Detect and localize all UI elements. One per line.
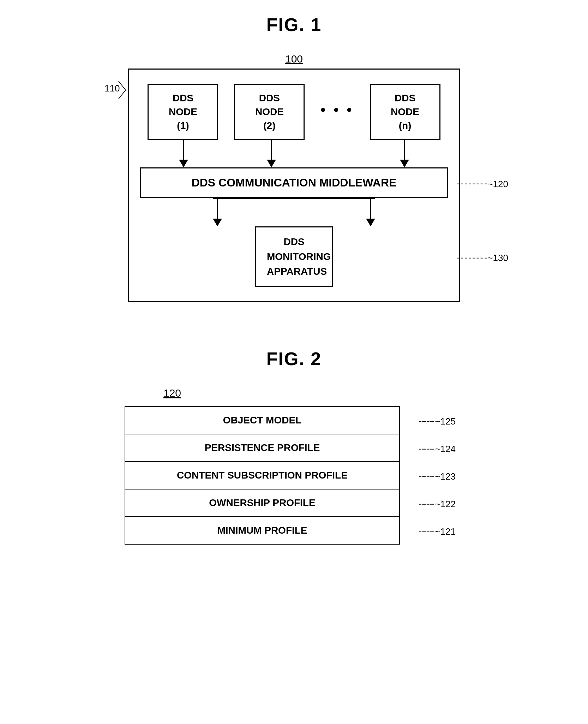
fig2-row-4: MINIMUM PROFILE~121: [125, 517, 400, 544]
row-label-123: ~123: [419, 468, 456, 482]
fig1-title: FIG. 1: [266, 14, 322, 35]
label-110: 110: [104, 83, 120, 94]
svg-line-0: [119, 81, 126, 90]
fig1-section: FIG. 1 100 110 DDS NODE: [0, 0, 588, 313]
row-label-124: ~124: [419, 441, 456, 455]
fig2-row-2: CONTENT SUBSCRIPTION PROFILE~123: [125, 462, 400, 489]
svg-line-1: [119, 90, 126, 99]
fig2-title: FIG. 2: [266, 348, 322, 369]
row-label-121: ~121: [419, 523, 456, 537]
fig2-table: OBJECT MODEL~125PERSISTENCE PROFILE~124C…: [125, 406, 400, 545]
node-dots: • • •: [320, 102, 354, 121]
label-120-fig2: 120: [163, 387, 181, 399]
row-label-125: ~125: [419, 413, 456, 427]
middleware-box: DDS COMMUNICATION MIDDLEWARE: [140, 167, 448, 198]
label-130: ~130: [456, 250, 508, 263]
label-120-fig1: ~120: [456, 176, 508, 190]
fig2-row-0: OBJECT MODEL~125: [125, 406, 400, 434]
dds-node-n: DDS NODE (n): [370, 84, 440, 140]
monitor-box: DDS MONITORING APPARATUS: [255, 226, 333, 287]
fig2-row-3: OWNERSHIP PROFILE~122: [125, 489, 400, 517]
dds-node-2: DDS NODE (2): [234, 84, 305, 140]
dds-node-1: DDS NODE (1): [148, 84, 218, 140]
fig2-section: FIG. 2 120 OBJECT MODEL~125PERSISTENCE P…: [0, 313, 588, 545]
fig2-row-1: PERSISTENCE PROFILE~124: [125, 434, 400, 462]
row-label-122: ~122: [419, 496, 456, 510]
label-100: 100: [285, 53, 303, 65]
